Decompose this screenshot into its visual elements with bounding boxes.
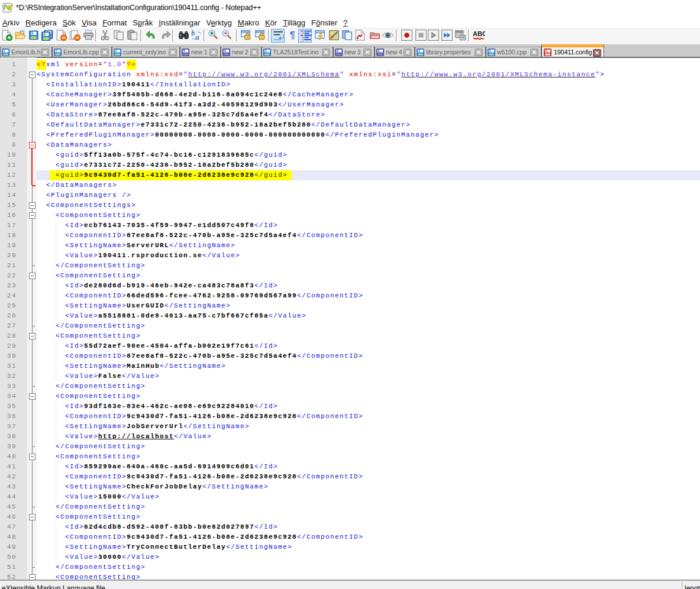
svg-text:b: b [191, 30, 195, 37]
svg-text:¶: ¶ [289, 30, 295, 41]
svg-text:ABC: ABC [473, 30, 485, 37]
svg-text:a: a [195, 33, 199, 41]
